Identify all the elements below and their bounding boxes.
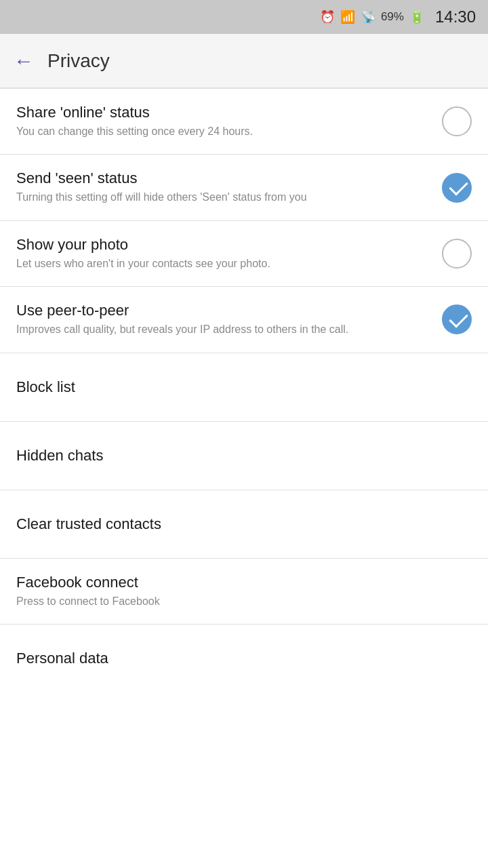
setting-desc-facebook-connect: Press to connect to Facebook xyxy=(16,594,458,609)
setting-title-show-photo: Show your photo xyxy=(16,236,428,254)
toggle-show-photo[interactable] xyxy=(442,239,472,269)
status-time: 14:30 xyxy=(435,7,476,26)
setting-row-send-seen-status[interactable]: Send 'seen' status Turning this setting … xyxy=(0,155,488,220)
link-row-hidden-chats[interactable]: Hidden chats xyxy=(0,422,488,490)
setting-desc-send-seen-status: Turning this setting off will hide other… xyxy=(16,190,428,205)
link-row-personal-data[interactable]: Personal data xyxy=(0,625,488,692)
page-title: Privacy xyxy=(47,50,110,72)
link-title-clear-trusted-contacts: Clear trusted contacts xyxy=(16,515,161,533)
battery-text: 69% xyxy=(381,10,404,24)
link-title-block-list: Block list xyxy=(16,378,75,396)
setting-text-share-online-status: Share 'online' status You can change thi… xyxy=(16,104,442,139)
setting-text-show-photo: Show your photo Let users who aren't in … xyxy=(16,236,442,271)
status-icons: ⏰ 📶 📡 69% 🔋 14:30 xyxy=(320,7,476,26)
link-title-hidden-chats: Hidden chats xyxy=(16,447,103,465)
alarm-icon: ⏰ xyxy=(320,9,335,24)
toggle-peer-to-peer[interactable] xyxy=(442,304,472,334)
toggle-send-seen-status[interactable] xyxy=(442,173,472,203)
toggle-share-online-status[interactable] xyxy=(442,106,472,136)
setting-title-peer-to-peer: Use peer-to-peer xyxy=(16,302,428,319)
setting-text-send-seen-status: Send 'seen' status Turning this setting … xyxy=(16,170,442,205)
setting-row-facebook-connect[interactable]: Facebook connect Press to connect to Fac… xyxy=(0,559,488,624)
back-button[interactable]: ← xyxy=(14,50,34,73)
link-title-personal-data: Personal data xyxy=(16,650,108,667)
setting-text-facebook-connect: Facebook connect Press to connect to Fac… xyxy=(16,574,472,609)
link-row-block-list[interactable]: Block list xyxy=(0,353,488,421)
battery-icon: 🔋 xyxy=(409,9,424,24)
setting-text-peer-to-peer: Use peer-to-peer Improves call quality, … xyxy=(16,302,442,337)
status-bar: ⏰ 📶 📡 69% 🔋 14:30 xyxy=(0,0,488,34)
wifi-icon: 📶 xyxy=(340,9,355,24)
page-header: ← Privacy xyxy=(0,34,488,88)
setting-desc-show-photo: Let users who aren't in your contacts se… xyxy=(16,256,428,271)
setting-row-share-online-status[interactable]: Share 'online' status You can change thi… xyxy=(0,89,488,154)
setting-title-facebook-connect: Facebook connect xyxy=(16,574,458,591)
link-row-clear-trusted-contacts[interactable]: Clear trusted contacts xyxy=(0,490,488,558)
setting-desc-peer-to-peer: Improves call quality, but reveals your … xyxy=(16,322,428,337)
setting-row-show-photo[interactable]: Show your photo Let users who aren't in … xyxy=(0,221,488,286)
signal-icon: 📡 xyxy=(361,9,375,24)
setting-row-peer-to-peer[interactable]: Use peer-to-peer Improves call quality, … xyxy=(0,287,488,352)
setting-title-share-online-status: Share 'online' status xyxy=(16,104,428,121)
setting-title-send-seen-status: Send 'seen' status xyxy=(16,170,428,187)
setting-desc-share-online-status: You can change this setting once every 2… xyxy=(16,124,428,139)
